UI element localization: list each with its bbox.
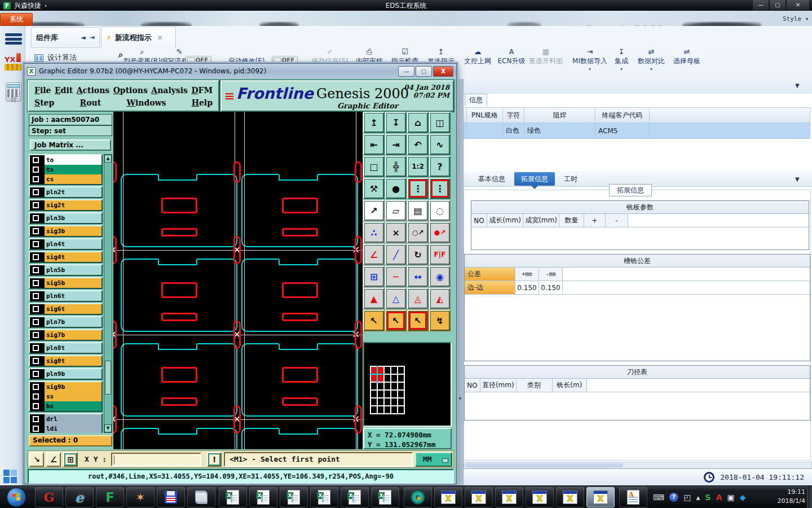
select-arrow-icon[interactable]: ↖ — [363, 310, 385, 331]
window-popup-icon[interactable]: ◰ — [683, 493, 691, 502]
toolbar-overflow-icon[interactable]: ▼ — [795, 82, 800, 89]
pan-center-icon[interactable]: ╬ — [385, 156, 407, 177]
layer-checkbox[interactable] — [33, 280, 39, 286]
net-marks-2-icon[interactable]: ⋮ — [429, 178, 451, 199]
layer-name[interactable]: pln5b — [45, 265, 102, 275]
drag-pan-icon[interactable]: ● — [385, 178, 407, 199]
menu-step[interactable]: Step — [34, 98, 54, 107]
layer-row-pln3b[interactable]: pln3b — [30, 213, 102, 223]
layer-name[interactable]: ts — [45, 165, 102, 174]
script-doc[interactable] — [187, 487, 215, 507]
excel-doc-1[interactable] — [219, 487, 247, 507]
chain-select-icon[interactable]: ∴ — [363, 222, 385, 243]
delete-icon[interactable]: × — [385, 222, 407, 243]
help-icon[interactable]: ? — [669, 493, 678, 502]
units-dropdown[interactable]: MM — [415, 452, 452, 467]
layer-checkbox[interactable] — [33, 306, 39, 312]
menu-actions[interactable]: Actions — [77, 86, 110, 95]
layer-name[interactable]: pln2t — [45, 187, 102, 197]
mill-col-header[interactable] — [628, 214, 809, 227]
layer-row-pln9b[interactable]: pln9b — [30, 369, 102, 379]
layer-row-ss[interactable]: ss — [30, 392, 102, 401]
window-xy-icon[interactable]: ◫ — [429, 112, 451, 133]
hamburger-menu-icon[interactable] — [5, 32, 22, 46]
layer-name[interactable]: pln3b — [45, 213, 102, 223]
fill-triangle-icon[interactable]: ▲ — [363, 288, 385, 309]
tray-expand-icon[interactable]: ▴ — [696, 493, 700, 502]
minimize-button[interactable]: — — [752, 0, 769, 11]
select-transfer-icon[interactable]: ↗ — [363, 200, 385, 221]
layer-name[interactable]: pln9b — [45, 369, 102, 379]
tabstrip-overflow-icon[interactable]: ▼ — [795, 176, 800, 182]
xterm-window-1[interactable] — [434, 487, 462, 507]
menu-dfm[interactable]: DFM — [191, 86, 213, 95]
ge-maximize-button[interactable]: ▢ — [416, 66, 432, 77]
layer-checkbox[interactable] — [33, 202, 39, 208]
layer-row-sig4t[interactable]: sig4t — [30, 252, 102, 262]
slot-plus-value[interactable]: 0.150 — [515, 281, 539, 295]
layer-scrollbar[interactable]: ▲ ▼ — [104, 154, 112, 433]
xterm-window-6[interactable] — [586, 487, 615, 507]
backup-save-app[interactable] — [157, 487, 185, 507]
layer-checkbox[interactable] — [33, 332, 39, 338]
break-line-icon[interactable]: ─ — [385, 266, 407, 287]
tab-info[interactable]: 信息 — [465, 94, 487, 106]
layer-row-pln8t[interactable]: pln8t — [30, 343, 102, 353]
net-marks-icon[interactable]: ⋮ — [407, 178, 429, 199]
layer-checkbox[interactable] — [33, 403, 39, 409]
slot-minus-value[interactable]: 0.150 — [539, 281, 563, 295]
internet-explorer[interactable]: e — [65, 487, 94, 507]
taskbar-clock[interactable]: 19:11 2018/1/4 — [766, 488, 805, 506]
excel-doc-5[interactable] — [341, 487, 369, 507]
panel-splitter[interactable]: ◂ — [457, 79, 464, 485]
spec-cell[interactable]: 白色 — [503, 123, 524, 139]
layer-row-ts[interactable]: ts — [30, 165, 102, 174]
base-triangle-icon[interactable]: ◬ — [407, 288, 429, 309]
tab-new-flow-instruction[interactable]: ⚡ 新流程指示 ✕ — [101, 27, 176, 48]
layer-row-pln7b[interactable]: pln7b — [30, 317, 102, 327]
layer-name[interactable]: pln7b — [45, 317, 102, 327]
nav-pin-icon[interactable]: ⇥ — [90, 34, 95, 41]
ge-titlebar[interactable]: X Graphic Editor 9.07b2 (00@HY-HYCAM-PC0… — [24, 64, 456, 78]
tab-拓展信息[interactable]: 拓展信息 — [514, 172, 555, 186]
spec-cell[interactable]: 绿色 — [524, 123, 595, 139]
layer-name[interactable]: sig9b — [45, 382, 102, 392]
pan-left-icon[interactable]: ⇤ — [363, 134, 385, 155]
layer-name[interactable]: ldi — [45, 424, 102, 433]
menu-options[interactable]: Options — [113, 86, 148, 95]
scroll-up-icon[interactable]: ▲ — [104, 155, 112, 163]
menu-help[interactable]: Help — [192, 98, 213, 107]
zoom-extents-icon[interactable]: □ — [363, 156, 385, 177]
network-icon[interactable]: ▣ — [727, 493, 734, 502]
layer-checkbox[interactable] — [33, 267, 39, 273]
surface-merge-icon[interactable]: ◉ — [429, 266, 451, 287]
layer-row-sig3b[interactable]: sig3b — [30, 226, 102, 236]
layer-checkbox[interactable] — [33, 189, 39, 195]
layer-name[interactable]: cs — [45, 174, 102, 184]
layer-row-ldi[interactable]: ldi — [30, 424, 102, 433]
layer-row-pln6t[interactable]: pln6t — [30, 291, 102, 301]
layer-row-pln5b[interactable]: pln5b — [30, 265, 102, 275]
layer-name[interactable]: drl — [45, 414, 102, 424]
route-path-icon[interactable]: ∿ — [429, 134, 451, 155]
xy-input[interactable] — [111, 453, 201, 466]
layer-checkbox[interactable] — [33, 345, 39, 351]
tab-基本信息[interactable]: 基本信息 — [471, 172, 512, 186]
spec-cell[interactable] — [467, 123, 503, 139]
frontline-app[interactable]: F — [96, 487, 124, 507]
layer-name[interactable]: sig4t — [45, 252, 102, 262]
layer-checkbox[interactable] — [33, 371, 39, 377]
angle-line-icon[interactable]: ∠ — [363, 244, 385, 265]
mirror-icon[interactable]: F|F — [429, 244, 451, 265]
ge-close-button[interactable]: X — [433, 66, 453, 77]
zoom-ratio-icon[interactable]: 1:2 — [407, 156, 429, 177]
job-matrix-button[interactable]: Job Matrix ... — [30, 139, 111, 151]
genesis-cd-app[interactable] — [404, 487, 432, 507]
setup-tools-icon[interactable]: ⚒ — [363, 178, 385, 199]
layer-checkbox[interactable] — [33, 426, 39, 432]
excel-doc-2[interactable] — [249, 487, 277, 507]
layer-checkbox[interactable] — [33, 254, 39, 260]
close-button[interactable]: ✕ — [786, 0, 810, 11]
copy-to-layer-icon[interactable]: ⊞ — [363, 266, 385, 287]
measure-icon[interactable]: ▤ — [407, 200, 429, 221]
